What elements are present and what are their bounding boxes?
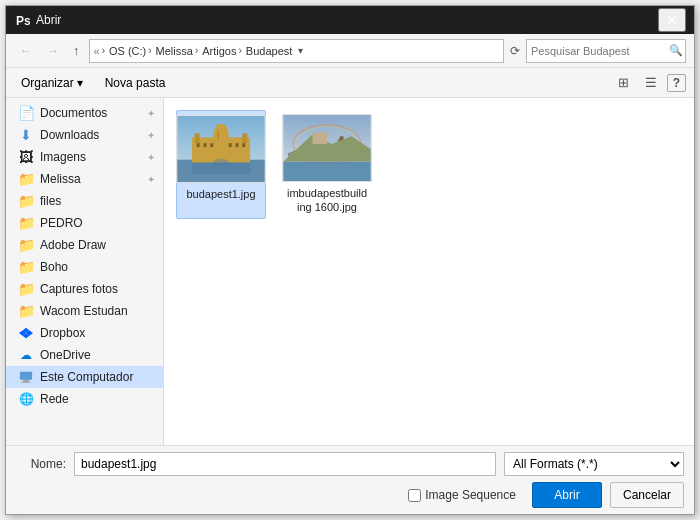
breadcrumb-artigos-label: Artigos (202, 45, 236, 57)
organize-label: Organizar (21, 76, 74, 90)
file-area: budapest1.jpg (164, 98, 694, 445)
new-folder-button[interactable]: Nova pasta (98, 73, 173, 93)
actions-row: Image Sequence Abrir Cancelar (16, 482, 684, 508)
sidebar-label-pedro: PEDRO (40, 216, 83, 230)
pin-melissa: ✦ (147, 174, 155, 185)
captures-fotos-icon: 📁 (18, 281, 34, 297)
boho-icon: 📁 (18, 259, 34, 275)
search-box[interactable]: 🔍 (526, 39, 686, 63)
adobe-draw-icon: 📁 (18, 237, 34, 253)
sidebar-item-boho[interactable]: 📁 Boho (6, 256, 163, 278)
file-item-budapest1[interactable]: budapest1.jpg (176, 110, 266, 219)
sidebar-item-wacom[interactable]: 📁 Wacom Estudan (6, 300, 163, 322)
forward-button[interactable]: → (41, 40, 64, 61)
files-folder-icon: 📁 (18, 193, 34, 209)
breadcrumb-osc-label: OS (C:) (109, 45, 146, 57)
view-button-2[interactable]: ☰ (639, 72, 663, 93)
svg-rect-16 (197, 143, 200, 147)
sidebar-label-boho: Boho (40, 260, 68, 274)
grid-view-icon: ⊞ (618, 75, 629, 90)
svg-rect-27 (283, 162, 370, 181)
pin-imagens: ✦ (147, 152, 155, 163)
sidebar-item-este-computador[interactable]: Este Computador (6, 366, 163, 388)
main-content: 📄 Documentos ✦ ⬇ Downloads ✦ 🖼 Imagens ✦ (6, 98, 694, 445)
sidebar-item-imagens[interactable]: 🖼 Imagens ✦ (6, 146, 163, 168)
svg-rect-21 (242, 143, 245, 147)
breadcrumb-melissa-label: Melissa (156, 45, 193, 57)
sidebar-item-onedrive[interactable]: ☁ OneDrive (6, 344, 163, 366)
breadcrumb-arrow-1: › (195, 45, 198, 56)
sidebar-label-melissa: Melissa (40, 172, 81, 186)
toolbar: ← → ↑ « › OS (C:) › Melissa › Artigos › … (6, 34, 694, 68)
breadcrumb-artigos: Artigos › (202, 45, 242, 57)
breadcrumb-arrow-0: › (148, 45, 151, 56)
pedro-folder-icon: 📁 (18, 215, 34, 231)
pin-documentos: ✦ (147, 108, 155, 119)
file-thumb-budapest1 (176, 115, 266, 183)
wacom-icon: 📁 (18, 303, 34, 319)
sidebar-item-adobe-draw[interactable]: 📁 Adobe Draw (6, 234, 163, 256)
sidebar-item-documentos[interactable]: 📄 Documentos ✦ (6, 102, 163, 124)
search-icon: 🔍 (669, 44, 683, 57)
back-button[interactable]: ← (14, 40, 37, 61)
sidebar-label-captures-fotos: Captures fotos (40, 282, 118, 296)
view-button-1[interactable]: ⊞ (612, 72, 635, 93)
breadcrumb-sep: › (102, 45, 105, 56)
sidebar-item-dropbox[interactable]: Dropbox (6, 322, 163, 344)
sidebar: 📄 Documentos ✦ ⬇ Downloads ✦ 🖼 Imagens ✦ (6, 98, 164, 445)
svg-point-23 (213, 159, 229, 167)
action-bar: Organizar ▾ Nova pasta ⊞ ☰ ? (6, 68, 694, 98)
svg-text:Ps: Ps (16, 14, 30, 28)
breadcrumb-item-0: « › (94, 45, 105, 57)
sidebar-label-adobe-draw: Adobe Draw (40, 238, 106, 252)
filename-input[interactable] (74, 452, 496, 476)
svg-rect-7 (23, 380, 28, 382)
file-name-budapest1: budapest1.jpg (186, 187, 255, 201)
sidebar-item-captures-fotos[interactable]: 📁 Captures fotos (6, 278, 163, 300)
address-dropdown-btn[interactable]: ▾ (296, 45, 305, 56)
sidebar-item-melissa[interactable]: 📁 Melissa ✦ (6, 168, 163, 190)
app-icon: Ps (14, 12, 30, 28)
svg-rect-13 (217, 131, 219, 141)
breadcrumb-arrow-2: › (238, 45, 241, 56)
sidebar-label-downloads: Downloads (40, 128, 99, 142)
breadcrumb-label: « (94, 45, 100, 57)
svg-rect-17 (204, 143, 207, 147)
file-thumb-budapest2 (282, 114, 372, 182)
svg-rect-34 (312, 132, 327, 144)
refresh-button[interactable]: ⟳ (508, 42, 522, 60)
melissa-folder-icon: 📁 (18, 171, 34, 187)
sidebar-label-este-computador: Este Computador (40, 370, 133, 384)
close-button[interactable]: ✕ (658, 8, 686, 32)
name-label: Nome: (16, 457, 66, 471)
image-sequence-label[interactable]: Image Sequence (425, 488, 516, 502)
bottom-bar: Nome: All Formats (*.*) Image Sequence A… (6, 445, 694, 514)
dropbox-icon (18, 325, 34, 341)
up-button[interactable]: ↑ (68, 40, 85, 61)
checkbox-row: Image Sequence (16, 488, 516, 502)
sidebar-item-pedro[interactable]: 📁 PEDRO (6, 212, 163, 234)
open-button[interactable]: Abrir (532, 482, 602, 508)
svg-rect-19 (229, 143, 232, 147)
svg-rect-6 (20, 372, 32, 380)
breadcrumb-melissa: Melissa › (156, 45, 199, 57)
sidebar-item-files[interactable]: 📁 files (6, 190, 163, 212)
breadcrumb-budapest: Budapest (246, 45, 292, 57)
address-bar[interactable]: « › OS (C:) › Melissa › Artigos › Budape… (89, 39, 505, 63)
sidebar-item-rede[interactable]: 🌐 Rede (6, 388, 163, 410)
help-button[interactable]: ? (667, 74, 686, 92)
documentos-icon: 📄 (18, 105, 34, 121)
titlebar-left: Ps Abrir (14, 12, 61, 28)
image-sequence-checkbox[interactable] (408, 489, 421, 502)
format-select[interactable]: All Formats (*.*) (504, 452, 684, 476)
cancel-button[interactable]: Cancelar (610, 482, 684, 508)
onedrive-icon: ☁ (18, 347, 34, 363)
svg-rect-18 (210, 143, 213, 147)
file-item-budapest2[interactable]: imbudapestbuilding 1600.jpg (282, 110, 372, 219)
sidebar-item-downloads[interactable]: ⬇ Downloads ✦ (6, 124, 163, 146)
breadcrumb-osc: OS (C:) › (109, 45, 152, 57)
organize-button[interactable]: Organizar ▾ (14, 73, 90, 93)
search-input[interactable] (531, 45, 669, 57)
sidebar-label-imagens: Imagens (40, 150, 86, 164)
pin-downloads: ✦ (147, 130, 155, 141)
